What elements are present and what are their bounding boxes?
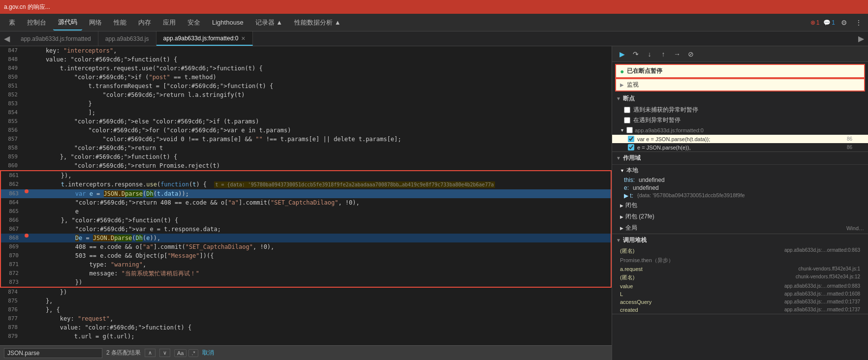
line-number: 876 xyxy=(0,305,22,314)
step-btn[interactable]: → xyxy=(671,48,683,60)
line-number: 861 xyxy=(1,171,23,180)
call-stack-chevron-icon: ▼ xyxy=(616,238,621,243)
nav-item-performance[interactable]: 性能 xyxy=(109,15,131,30)
breakpoints-header[interactable]: ▼ 断点 xyxy=(612,92,868,105)
bp-item-2[interactable]: e = JSON.parse(h(e)), 86 xyxy=(612,143,868,151)
code-line: 861 }), xyxy=(0,170,612,180)
line-number: 868 xyxy=(1,234,23,242)
step-out-btn[interactable]: ↑ xyxy=(657,48,669,60)
step-into-btn[interactable]: ↓ xyxy=(644,48,655,60)
tab-formatted-0[interactable]: app.a9ab633d.js:formatted:0 × xyxy=(156,31,253,46)
tab-minified[interactable]: app.a9ab633d.js xyxy=(98,31,156,46)
cs-item-4[interactable]: value app.a9ab633d.js:…ormatted:0:883 xyxy=(612,282,868,290)
cs-0-name: (匿名) xyxy=(620,247,634,255)
cs-item-6[interactable]: accessQuery app.a9ab633d.js:…rmatted:0:1… xyxy=(612,298,868,306)
regex-btn[interactable]: .* xyxy=(188,349,198,357)
scope-this: this: undefined xyxy=(612,176,868,184)
closure-1-label: 闭包 xyxy=(625,201,637,210)
bp-item-1-checkbox[interactable] xyxy=(628,136,634,142)
line-number: 864 xyxy=(1,198,23,207)
watch-header[interactable]: ▶ 监视 xyxy=(620,81,860,89)
step-over-btn[interactable]: ↷ xyxy=(630,48,642,60)
nav-item-memory[interactable]: 内存 xyxy=(133,15,156,30)
search-prev-btn[interactable]: ∧ xyxy=(145,349,155,357)
warning-badge: 💬 1 xyxy=(823,19,835,26)
code-line: 869 408 == e.code && o["a"].commit("SET_… xyxy=(0,242,612,251)
code-line: 879 t.url = g(t.url); xyxy=(0,332,612,341)
line-number: 856 xyxy=(0,126,22,135)
code-line: 853 } xyxy=(0,99,612,108)
bp-file-checkbox[interactable] xyxy=(626,127,633,133)
search-cancel-btn[interactable]: 取消 xyxy=(202,349,214,357)
search-next-btn[interactable]: ∨ xyxy=(159,349,170,357)
scope-header[interactable]: ▼ 作用域 xyxy=(612,152,868,164)
bp-item-2-line: 86 xyxy=(847,145,852,150)
bp-item-2-checkbox[interactable] xyxy=(628,144,634,150)
line-code: "color:#569cd6;">return Promise.reject(t… xyxy=(30,161,612,170)
cs-6-name: accessQuery xyxy=(620,299,651,305)
nav-item-sources[interactable]: 源代码 xyxy=(53,15,82,30)
code-line: 858 "color:#569cd6;">return t xyxy=(0,144,612,152)
line-breakpoint[interactable] xyxy=(23,189,31,193)
tab-formatted[interactable]: app.a9ab633d.js:formatted xyxy=(14,31,98,46)
cs-3-name: (匿名) xyxy=(620,274,634,281)
cs-item-0[interactable]: (匿名) app.a9ab633d.js:…ormatted:0:863 xyxy=(612,246,868,256)
top-bar: a.gov.cn 的响应... xyxy=(0,0,868,14)
line-code: }), xyxy=(31,171,611,180)
line-code: "color:#569cd6;">var e = t.response.data… xyxy=(31,225,611,234)
bp-caught-label: 在遇到异常时暂停 xyxy=(633,116,681,124)
cs-5-file: app.a9ab633d.js:…rmatted:0:1608 xyxy=(784,291,860,297)
line-code: "color:#569cd6;">if ("post" == t.method) xyxy=(30,73,612,82)
cs-item-7[interactable]: created app.a9ab633d.js:…rmatted:0:1737 xyxy=(612,306,868,314)
paused-header[interactable]: ● 已在断点暂停 xyxy=(616,65,864,77)
debug-toolbar: ▶ ↷ ↓ ↑ → ⊘ xyxy=(612,46,868,62)
bp-uncaught-label: 遇到未捕获的异常时暂停 xyxy=(633,106,698,114)
scope-t[interactable]: ▶ t: {data: '95780ba0943730051dccb5fe391… xyxy=(612,192,868,200)
nav-item-application[interactable]: 应用 xyxy=(158,15,181,30)
line-breakpoint[interactable] xyxy=(23,234,31,238)
bp-uncaught-checkbox[interactable] xyxy=(624,107,630,113)
nav-item-perf-insights[interactable]: 性能数据分析 ▲ xyxy=(289,15,345,30)
resume-btn[interactable]: ▶ xyxy=(616,48,628,60)
cs-5-name: L xyxy=(620,291,623,297)
deactivate-btn[interactable]: ⊘ xyxy=(685,48,697,60)
search-input[interactable] xyxy=(4,348,102,358)
closure-1-header[interactable]: ▶ 闭包 xyxy=(612,200,868,211)
bp-file-chevron-icon: ▼ xyxy=(620,128,624,133)
code-content[interactable]: 847 key: "interceptors",848 value: "colo… xyxy=(0,46,612,341)
call-stack-header[interactable]: ▼ 调用堆栈 xyxy=(612,234,868,246)
line-code: }, xyxy=(30,297,612,305)
tab-nav-left[interactable]: ◀ xyxy=(0,31,14,46)
code-line: 878 value: "color:#569cd6;">function(t) … xyxy=(0,323,612,332)
nav-item-console[interactable]: 控制台 xyxy=(22,15,51,30)
cs-item-5[interactable]: L app.a9ab633d.js:…rmatted:0:1608 xyxy=(612,290,868,298)
right-panel-scroll[interactable]: ● 已在断点暂停 ▶ 监视 ▼ 断点 遇到未捕获的异常时暂停 xyxy=(612,62,868,360)
call-stack-section: ▼ 调用堆栈 (匿名) app.a9ab633d.js:…ormatted:0:… xyxy=(612,234,868,314)
bp-caught-checkbox[interactable] xyxy=(624,117,630,123)
line-number: 852 xyxy=(0,90,22,99)
local-scope-header[interactable]: ▼ 本地 xyxy=(612,164,868,176)
cs-item-3[interactable]: (匿名) chunk-vendors.ff342e34.js:12 xyxy=(612,273,868,282)
nav-item-network[interactable]: 网络 xyxy=(84,15,107,30)
tab-nav-right[interactable]: ▶ xyxy=(854,31,868,46)
bp-file-group[interactable]: ▼ app.a9ab633d.js:formatted:0 xyxy=(612,125,868,135)
case-sensitive-btn[interactable]: Aa xyxy=(174,349,186,357)
closure-2-header[interactable]: ▶ 闭包 (27fe) xyxy=(612,211,868,222)
line-number: 851 xyxy=(0,82,22,90)
bp-item-1[interactable]: var e = JSON.parse(h(t.data)); 86 xyxy=(612,135,868,143)
global-scope-header[interactable]: ▶ 全局 Wind… xyxy=(612,222,868,234)
line-code: key: "request", xyxy=(30,314,612,323)
nav-item-security[interactable]: 安全 xyxy=(183,15,205,30)
scope-chevron-icon: ▼ xyxy=(616,155,621,161)
settings-icon[interactable]: ⚙ xyxy=(839,18,849,28)
code-line: 871 type: "warning", xyxy=(0,260,612,269)
line-number: 858 xyxy=(0,144,22,152)
tab-close-icon[interactable]: × xyxy=(241,34,245,42)
line-code: t.interceptors.request.use("color:#569cd… xyxy=(30,64,612,73)
more-options-icon[interactable]: ⋮ xyxy=(853,18,864,28)
nav-item-lighthouse[interactable]: Lighthouse xyxy=(207,16,248,29)
nav-item-element[interactable]: 素 xyxy=(4,15,20,30)
line-code: type: "warning", xyxy=(31,260,611,269)
nav-item-recorder[interactable]: 记录器 ▲ xyxy=(250,15,287,30)
cs-item-2[interactable]: a.request chunk-vendors.ff342e34.js:1 xyxy=(612,265,868,273)
